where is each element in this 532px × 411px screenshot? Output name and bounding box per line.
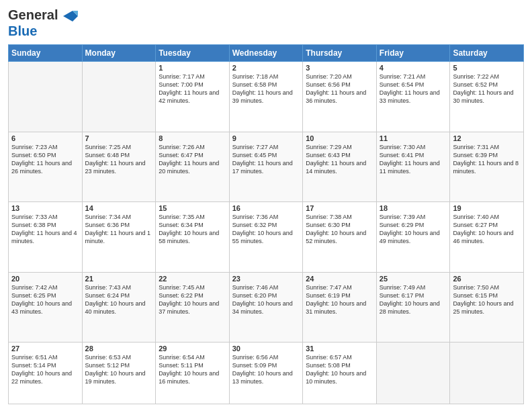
day-number: 13 — [11, 204, 79, 212]
calendar-day-cell: 21Sunrise: 7:43 AMSunset: 6:24 PMDayligh… — [82, 272, 156, 342]
calendar-day-cell: 19Sunrise: 7:40 AMSunset: 6:27 PMDayligh… — [450, 202, 524, 273]
day-number: 22 — [159, 275, 226, 283]
weekday-header-monday: Monday — [82, 45, 156, 62]
calendar-day-cell: 5Sunrise: 7:22 AMSunset: 6:52 PMDaylight… — [450, 62, 524, 132]
day-info: Sunrise: 7:27 AMSunset: 6:45 PMDaylight:… — [232, 143, 300, 176]
day-info: Sunrise: 6:57 AMSunset: 5:08 PMDaylight:… — [306, 353, 373, 386]
weekday-header-friday: Friday — [376, 45, 450, 62]
day-number: 28 — [85, 345, 153, 353]
calendar-day-cell — [9, 62, 83, 132]
day-number: 21 — [85, 275, 153, 283]
calendar-day-cell: 25Sunrise: 7:49 AMSunset: 6:17 PMDayligh… — [376, 272, 450, 342]
calendar-day-cell: 8Sunrise: 7:26 AMSunset: 6:47 PMDaylight… — [156, 132, 230, 202]
calendar-day-cell: 20Sunrise: 7:42 AMSunset: 6:25 PMDayligh… — [9, 272, 83, 342]
day-number: 15 — [159, 204, 226, 212]
day-info: Sunrise: 7:36 AMSunset: 6:32 PMDaylight:… — [232, 213, 300, 246]
calendar-day-cell: 11Sunrise: 7:30 AMSunset: 6:41 PMDayligh… — [376, 132, 450, 202]
day-info: Sunrise: 7:29 AMSunset: 6:43 PMDaylight:… — [306, 143, 373, 176]
day-number: 29 — [159, 345, 226, 353]
calendar-day-cell: 15Sunrise: 7:35 AMSunset: 6:34 PMDayligh… — [156, 202, 230, 273]
day-info: Sunrise: 7:43 AMSunset: 6:24 PMDaylight:… — [85, 283, 153, 316]
day-number: 4 — [380, 64, 447, 72]
day-info: Sunrise: 7:46 AMSunset: 6:20 PMDaylight:… — [232, 283, 300, 316]
day-info: Sunrise: 7:26 AMSunset: 6:47 PMDaylight:… — [159, 143, 226, 176]
day-number: 18 — [380, 204, 447, 212]
day-info: Sunrise: 7:23 AMSunset: 6:50 PMDaylight:… — [11, 143, 79, 176]
calendar-day-cell: 7Sunrise: 7:25 AMSunset: 6:48 PMDaylight… — [82, 132, 156, 202]
day-info: Sunrise: 6:51 AMSunset: 5:14 PMDaylight:… — [11, 353, 79, 386]
calendar-day-cell: 31Sunrise: 6:57 AMSunset: 5:08 PMDayligh… — [303, 342, 377, 404]
day-number: 11 — [380, 134, 447, 142]
logo-bird-icon — [63, 11, 78, 21]
day-info: Sunrise: 7:49 AMSunset: 6:17 PMDaylight:… — [380, 283, 447, 316]
calendar-day-cell: 6Sunrise: 7:23 AMSunset: 6:50 PMDaylight… — [9, 132, 83, 202]
day-info: Sunrise: 7:47 AMSunset: 6:19 PMDaylight:… — [306, 283, 373, 316]
day-number: 7 — [85, 134, 153, 142]
day-info: Sunrise: 6:56 AMSunset: 5:09 PMDaylight:… — [232, 353, 300, 386]
calendar-day-cell: 10Sunrise: 7:29 AMSunset: 6:43 PMDayligh… — [303, 132, 377, 202]
day-number: 17 — [306, 204, 373, 212]
calendar-day-cell: 28Sunrise: 6:53 AMSunset: 5:12 PMDayligh… — [82, 342, 156, 404]
weekday-header-row: SundayMondayTuesdayWednesdayThursdayFrid… — [9, 45, 524, 62]
weekday-header-saturday: Saturday — [450, 45, 524, 62]
day-info: Sunrise: 6:54 AMSunset: 5:11 PMDaylight:… — [159, 353, 226, 386]
calendar-day-cell: 12Sunrise: 7:31 AMSunset: 6:39 PMDayligh… — [450, 132, 524, 202]
weekday-header-wednesday: Wednesday — [229, 45, 303, 62]
day-number: 14 — [85, 204, 153, 212]
day-number: 2 — [232, 64, 300, 72]
calendar-week-row: 6Sunrise: 7:23 AMSunset: 6:50 PMDaylight… — [9, 132, 524, 202]
calendar-day-cell — [450, 342, 524, 404]
calendar-table: SundayMondayTuesdayWednesdayThursdayFrid… — [8, 44, 524, 404]
day-number: 1 — [159, 64, 226, 72]
day-info: Sunrise: 7:40 AMSunset: 6:27 PMDaylight:… — [453, 213, 521, 246]
day-info: Sunrise: 7:35 AMSunset: 6:34 PMDaylight:… — [159, 213, 226, 246]
day-number: 6 — [11, 134, 79, 142]
day-info: Sunrise: 7:25 AMSunset: 6:48 PMDaylight:… — [85, 143, 153, 176]
calendar-day-cell: 23Sunrise: 7:46 AMSunset: 6:20 PMDayligh… — [229, 272, 303, 342]
day-info: Sunrise: 7:50 AMSunset: 6:15 PMDaylight:… — [453, 283, 521, 316]
day-number: 20 — [11, 275, 79, 283]
day-info: Sunrise: 7:45 AMSunset: 6:22 PMDaylight:… — [159, 283, 226, 316]
day-number: 27 — [11, 345, 79, 353]
weekday-header-sunday: Sunday — [9, 45, 83, 62]
calendar-week-row: 1Sunrise: 7:17 AMSunset: 7:00 PMDaylight… — [9, 62, 524, 132]
day-number: 24 — [306, 275, 373, 283]
logo-wordmark: General Blue — [8, 7, 78, 39]
day-number: 31 — [306, 345, 373, 353]
calendar-week-row: 27Sunrise: 6:51 AMSunset: 5:14 PMDayligh… — [9, 342, 524, 404]
calendar-day-cell: 30Sunrise: 6:56 AMSunset: 5:09 PMDayligh… — [229, 342, 303, 404]
logo-blue-text: Blue — [8, 24, 37, 38]
day-info: Sunrise: 7:17 AMSunset: 7:00 PMDaylight:… — [159, 73, 226, 105]
calendar-week-row: 13Sunrise: 7:33 AMSunset: 6:38 PMDayligh… — [9, 202, 524, 273]
day-info: Sunrise: 7:34 AMSunset: 6:36 PMDaylight:… — [85, 213, 153, 246]
logo-general-text: General — [8, 7, 58, 22]
day-number: 3 — [306, 64, 373, 72]
day-info: Sunrise: 6:53 AMSunset: 5:12 PMDaylight:… — [85, 353, 153, 386]
calendar-day-cell — [376, 342, 450, 404]
day-number: 12 — [453, 134, 521, 142]
calendar-day-cell: 17Sunrise: 7:38 AMSunset: 6:30 PMDayligh… — [303, 202, 377, 273]
day-number: 19 — [453, 204, 521, 212]
calendar-day-cell: 2Sunrise: 7:18 AMSunset: 6:58 PMDaylight… — [229, 62, 303, 132]
calendar-day-cell: 4Sunrise: 7:21 AMSunset: 6:54 PMDaylight… — [376, 62, 450, 132]
calendar-day-cell: 27Sunrise: 6:51 AMSunset: 5:14 PMDayligh… — [9, 342, 83, 404]
calendar-week-row: 20Sunrise: 7:42 AMSunset: 6:25 PMDayligh… — [9, 272, 524, 342]
day-number: 25 — [380, 275, 447, 283]
day-info: Sunrise: 7:33 AMSunset: 6:38 PMDaylight:… — [11, 213, 79, 246]
header: General Blue — [8, 7, 524, 39]
day-info: Sunrise: 7:30 AMSunset: 6:41 PMDaylight:… — [380, 143, 447, 176]
weekday-header-tuesday: Tuesday — [156, 45, 230, 62]
day-number: 9 — [232, 134, 300, 142]
day-number: 30 — [232, 345, 300, 353]
calendar-day-cell: 24Sunrise: 7:47 AMSunset: 6:19 PMDayligh… — [303, 272, 377, 342]
day-number: 8 — [159, 134, 226, 142]
day-info: Sunrise: 7:22 AMSunset: 6:52 PMDaylight:… — [453, 73, 521, 105]
day-number: 16 — [232, 204, 300, 212]
day-info: Sunrise: 7:21 AMSunset: 6:54 PMDaylight:… — [380, 73, 447, 105]
calendar-day-cell: 26Sunrise: 7:50 AMSunset: 6:15 PMDayligh… — [450, 272, 524, 342]
calendar-day-cell: 16Sunrise: 7:36 AMSunset: 6:32 PMDayligh… — [229, 202, 303, 273]
calendar-day-cell: 29Sunrise: 6:54 AMSunset: 5:11 PMDayligh… — [156, 342, 230, 404]
day-info: Sunrise: 7:39 AMSunset: 6:29 PMDaylight:… — [380, 213, 447, 246]
calendar-day-cell: 1Sunrise: 7:17 AMSunset: 7:00 PMDaylight… — [156, 62, 230, 132]
weekday-header-thursday: Thursday — [303, 45, 377, 62]
